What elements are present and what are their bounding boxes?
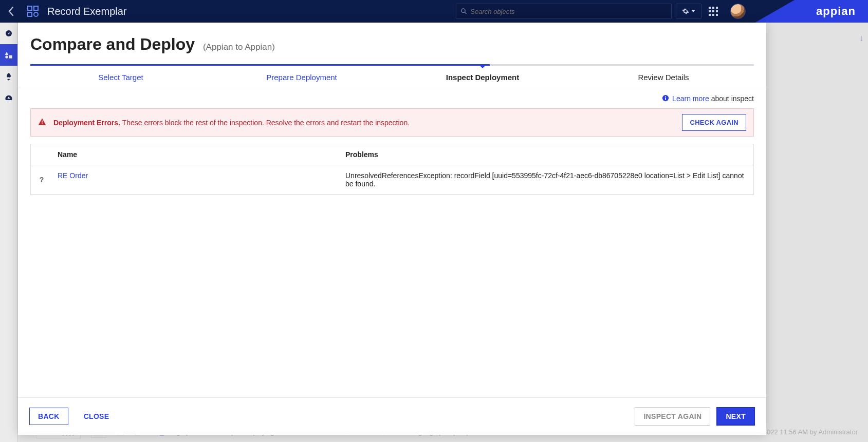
svg-rect-20 — [42, 121, 43, 123]
brand-corner: appian — [755, 0, 868, 23]
table-header-icon-col — [31, 144, 52, 165]
svg-rect-0 — [28, 6, 32, 10]
svg-rect-2 — [28, 12, 32, 16]
gear-icon — [682, 8, 689, 15]
errors-table: Name Problems ? RE Order UnresolvedRefer… — [30, 144, 754, 195]
row-problem-text: UnresolvedReferencesException: recordFie… — [340, 165, 753, 194]
table-row: ? RE Order UnresolvedReferencesException… — [31, 165, 753, 195]
check-again-button[interactable]: CHECK AGAIN — [682, 114, 746, 131]
row-type-icon: ? — [31, 165, 52, 194]
search-icon — [460, 8, 467, 15]
svg-rect-7 — [716, 7, 718, 9]
settings-menu-button[interactable] — [676, 4, 701, 19]
svg-point-3 — [34, 12, 38, 16]
row-name-link[interactable]: RE Order — [52, 165, 340, 194]
table-header-row: Name Problems — [31, 144, 753, 165]
table-header-name: Name — [52, 144, 340, 165]
brand-logo: appian — [816, 0, 856, 23]
learn-more-row: Learn more about inspect — [18, 87, 766, 108]
back-button[interactable]: BACK — [29, 408, 68, 425]
error-message: Deployment Errors. These errors block th… — [53, 119, 675, 127]
svg-rect-8 — [709, 10, 711, 12]
svg-rect-5 — [709, 7, 711, 9]
question-icon: ? — [40, 176, 44, 184]
deploy-stepper: Select Target Prepare Deployment Inspect… — [30, 64, 754, 87]
user-avatar[interactable] — [730, 4, 746, 19]
step-review-details: Review Details — [573, 66, 754, 87]
step-prepare-deployment[interactable]: Prepare Deployment — [211, 66, 392, 87]
next-button[interactable]: NEXT — [716, 407, 755, 426]
app-icon — [23, 0, 43, 23]
app-title: Record Exemplar — [47, 6, 127, 17]
warning-icon — [38, 118, 46, 127]
compare-deploy-modal: Compare and Deploy (Appian to Appian) Se… — [18, 23, 766, 435]
svg-rect-18 — [665, 98, 666, 100]
error-message-bold: Deployment Errors. — [53, 119, 120, 127]
chevron-left-icon — [8, 6, 15, 16]
learn-more-tail: about inspect — [711, 94, 754, 103]
modal-footer: BACK CLOSE INSPECT AGAIN NEXT — [18, 397, 766, 435]
waffle-icon — [709, 7, 718, 16]
search-input[interactable] — [470, 8, 667, 15]
modal-header: Compare and Deploy (Appian to Appian) — [18, 23, 766, 56]
back-icon-button[interactable] — [0, 0, 23, 23]
error-message-rest: These errors block the rest of the inspe… — [122, 119, 410, 127]
svg-rect-12 — [712, 14, 714, 16]
svg-rect-19 — [665, 97, 666, 98]
table-header-problems: Problems — [340, 144, 753, 165]
modal-title: Compare and Deploy — [30, 35, 195, 53]
info-icon — [662, 94, 669, 103]
step-inspect-deployment: Inspect Deployment — [392, 66, 573, 87]
svg-point-4 — [461, 9, 465, 12]
svg-rect-13 — [716, 14, 718, 16]
svg-rect-10 — [716, 10, 718, 12]
step-select-target[interactable]: Select Target — [30, 66, 211, 87]
inspect-again-button[interactable]: INSPECT AGAIN — [635, 407, 710, 426]
svg-rect-6 — [712, 7, 714, 9]
search-box[interactable] — [456, 4, 672, 19]
app-launcher-button[interactable] — [706, 4, 721, 19]
svg-rect-9 — [712, 10, 714, 12]
modal-subtitle: (Appian to Appian) — [203, 42, 275, 52]
svg-rect-21 — [42, 123, 43, 124]
svg-rect-11 — [709, 14, 711, 16]
svg-rect-1 — [34, 6, 38, 10]
caret-down-icon — [691, 10, 695, 13]
top-header: Record Exemplar appian — [0, 0, 868, 23]
learn-more-link[interactable]: Learn more — [672, 94, 709, 103]
deployment-error-banner: Deployment Errors. These errors block th… — [30, 108, 754, 137]
close-button[interactable]: CLOSE — [76, 408, 118, 425]
